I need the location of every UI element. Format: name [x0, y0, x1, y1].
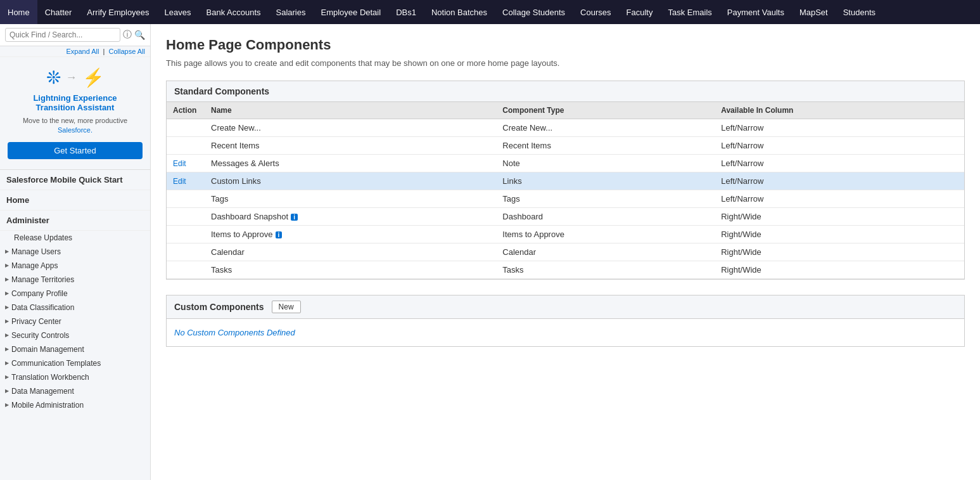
sidebar-item-manage-users[interactable]: ▶Manage Users — [0, 245, 150, 259]
expand-all-link[interactable]: Expand All — [66, 48, 99, 55]
standard-components-section: Standard Components Action Name Componen… — [166, 81, 965, 280]
row-component-type: Create New... — [496, 119, 715, 137]
page-subtitle: This page allows you to create and edit … — [166, 58, 965, 68]
salesforce-link[interactable]: Salesforce. — [58, 126, 92, 134]
expand-collapse-bar: Expand All | Collapse All — [0, 46, 150, 57]
home-header: Home — [0, 190, 150, 211]
row-available-in-column: Left/Narrow — [715, 155, 964, 172]
table-row: Items to ApproveiItems to ApproveRight/W… — [167, 226, 964, 243]
nav-item-students[interactable]: Students — [836, 0, 883, 24]
nav-item-task-emails[interactable]: Task Emails — [660, 0, 719, 24]
sidebar-item-label: Data Classification — [11, 303, 74, 312]
nav-item-employee-detail[interactable]: Employee Detail — [313, 0, 388, 24]
table-row: TasksTasksRight/Wide — [167, 261, 964, 279]
sidebar-item-mobile-administration[interactable]: ▶Mobile Administration — [0, 398, 150, 412]
sidebar-item-label: Privacy Center — [11, 317, 61, 326]
nav-item-salaries[interactable]: Salaries — [269, 0, 314, 24]
lightning-description: Move to the new, more productive Salesfo… — [8, 116, 143, 136]
sidebar-item-company-profile[interactable]: ▶Company Profile — [0, 287, 150, 301]
sidebar-item-label: Company Profile — [11, 289, 68, 298]
nav-item-home[interactable]: Home — [0, 0, 37, 24]
row-action — [167, 261, 205, 279]
row-name: Tasks — [205, 261, 496, 279]
nav-item-faculty[interactable]: Faculty — [619, 0, 661, 24]
table-row: EditCustom LinksLinksLeft/Narrow — [167, 172, 964, 190]
sidebar-item-label: Data Management — [11, 387, 74, 396]
sidebar-item-communication-templates[interactable]: ▶Communication Templates — [0, 356, 150, 370]
row-name: Dashboard Snapshoti — [205, 208, 496, 226]
triangle-icon: ▶ — [5, 276, 9, 282]
new-button[interactable]: New — [272, 301, 301, 313]
sidebar-item-privacy-center[interactable]: ▶Privacy Center — [0, 315, 150, 328]
col-action: Action — [167, 102, 205, 119]
edit-link[interactable]: Edit — [173, 177, 186, 186]
nav-item-courses[interactable]: Courses — [573, 0, 618, 24]
triangle-icon: ▶ — [5, 318, 9, 324]
row-component-type: Tasks — [496, 261, 715, 279]
standard-components-table: Action Name Component Type Available In … — [167, 102, 964, 279]
arrow-icon: → — [66, 71, 77, 84]
triangle-icon: ▶ — [5, 332, 9, 338]
nav-item-mapset[interactable]: MapSet — [792, 0, 836, 24]
collapse-all-link[interactable]: Collapse All — [109, 48, 145, 55]
row-component-type: Note — [496, 155, 715, 172]
nav-item-collage-students[interactable]: Collage Students — [495, 0, 573, 24]
info-badge[interactable]: i — [291, 214, 298, 221]
lightning-assistant-box: ❊ → ⚡ Lightning ExperienceTransition Ass… — [0, 57, 150, 170]
custom-components-title: Custom Components — [174, 302, 264, 312]
triangle-icon: ▶ — [5, 346, 9, 352]
nav-item-dbs1[interactable]: DBs1 — [388, 0, 424, 24]
row-action[interactable]: Edit — [167, 172, 205, 190]
row-action — [167, 137, 205, 155]
standard-components-header: Standard Components — [167, 81, 964, 102]
row-action — [167, 190, 205, 208]
table-row: EditMessages & AlertsNoteLeft/Narrow — [167, 155, 964, 172]
sidebar-item-release-updates[interactable]: Release Updates — [0, 231, 150, 245]
edit-link[interactable]: Edit — [173, 159, 186, 168]
row-name: Tags — [205, 190, 496, 208]
sidebar-item-manage-apps[interactable]: ▶Manage Apps — [0, 259, 150, 273]
sidebar-item-data-classification[interactable]: ▶Data Classification — [0, 301, 150, 315]
nav-item-payment-vaults[interactable]: Payment Vaults — [720, 0, 792, 24]
flower-icon: ❊ — [46, 67, 61, 88]
row-component-type: Calendar — [496, 243, 715, 261]
lightning-title: Lightning ExperienceTransition Assistant — [8, 93, 143, 112]
row-available-in-column: Left/Narrow — [715, 119, 964, 137]
nav-item-notion-batches[interactable]: Notion Batches — [424, 0, 495, 24]
sidebar-item-security-controls[interactable]: ▶Security Controls — [0, 328, 150, 342]
sidebar-item-label: Translation Workbench — [11, 373, 89, 382]
col-name: Name — [205, 102, 496, 119]
table-row: Create New...Create New...Left/Narrow — [167, 119, 964, 137]
row-action[interactable]: Edit — [167, 155, 205, 172]
nav-item-arrify-employees[interactable]: Arrify Employees — [79, 0, 156, 24]
info-icon[interactable]: ⓘ — [123, 29, 132, 41]
search-icon[interactable]: 🔍 — [134, 30, 145, 40]
sidebar-item-label: Manage Territories — [11, 275, 74, 284]
row-available-in-column: Right/Wide — [715, 226, 964, 243]
triangle-icon: ▶ — [5, 374, 9, 380]
mobile-quick-start-header: Salesforce Mobile Quick Start — [0, 170, 150, 190]
row-name: Recent Items — [205, 137, 496, 155]
info-badge[interactable]: i — [276, 231, 283, 238]
row-component-type: Links — [496, 172, 715, 190]
table-row: Dashboard SnapshotiDashboardRight/Wide — [167, 208, 964, 226]
sidebar-item-domain-management[interactable]: ▶Domain Management — [0, 342, 150, 356]
row-name: Calendar — [205, 243, 496, 261]
search-input[interactable] — [5, 28, 120, 42]
get-started-button[interactable]: Get Started — [8, 142, 143, 159]
row-available-in-column: Right/Wide — [715, 243, 964, 261]
sidebar-item-data-management[interactable]: ▶Data Management — [0, 384, 150, 398]
lightning-icons: ❊ → ⚡ — [8, 67, 143, 88]
triangle-icon: ▶ — [5, 249, 9, 254]
sidebar-item-translation-workbench[interactable]: ▶Translation Workbench — [0, 370, 150, 384]
nav-item-bank-accounts[interactable]: Bank Accounts — [199, 0, 269, 24]
sidebar-item-manage-territories[interactable]: ▶Manage Territories — [0, 273, 150, 287]
nav-item-chatter[interactable]: Chatter — [37, 0, 80, 24]
row-component-type: Dashboard — [496, 208, 715, 226]
sidebar-item-label: Mobile Administration — [11, 401, 84, 410]
top-navigation: HomeChatterArrify EmployeesLeavesBank Ac… — [0, 0, 980, 24]
sidebar-item-label: Communication Templates — [11, 359, 101, 368]
row-component-type: Items to Approve — [496, 226, 715, 243]
row-action — [167, 119, 205, 137]
nav-item-leaves[interactable]: Leaves — [157, 0, 199, 24]
